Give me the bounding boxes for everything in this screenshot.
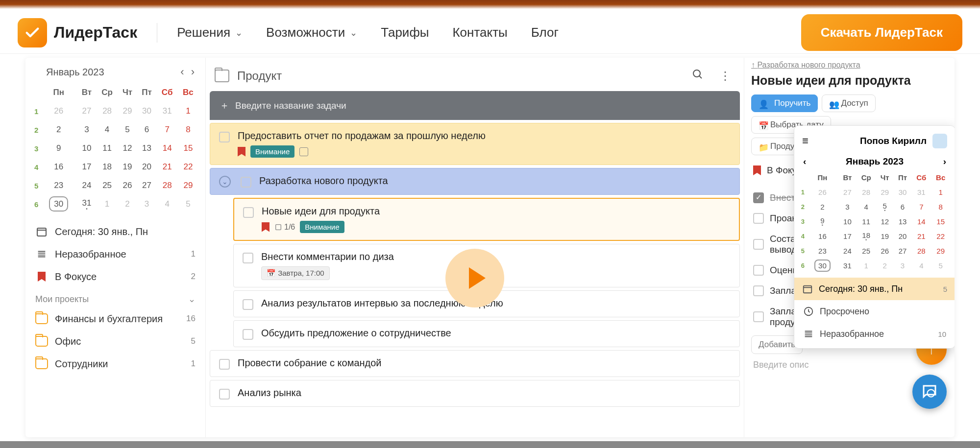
tag-attention: Внимание [250, 145, 294, 158]
svg-point-1 [693, 70, 700, 77]
list-icon [35, 248, 48, 260]
access-chip[interactable]: 👥Доступ [822, 94, 875, 112]
nav-solutions[interactable]: Решения⌄ [177, 25, 243, 40]
main-nav: Решения⌄ Возможности⌄ Тарифы Контакты Бл… [177, 25, 559, 40]
popup-cal-header: ‹ Январь 2023 › [799, 153, 950, 170]
assign-chip[interactable]: 👤Поручить [751, 94, 818, 112]
sidebar-item-label: Неразобранное [55, 249, 126, 260]
nav-blog[interactable]: Блог [531, 25, 559, 40]
count-badge: 1 [191, 359, 196, 369]
bookmark-icon [753, 165, 761, 175]
task-row-selected[interactable]: Новые идеи для продукта 1/6 Внимание [233, 198, 740, 241]
add-task-input[interactable]: ＋ Введите название задачи [210, 91, 740, 120]
calendar-prev-icon[interactable]: ‹ [180, 66, 184, 78]
sidebar: Январь 2023 ‹ › ПнВтСрЧтПтСбВс 126272829… [25, 58, 206, 437]
count-badge: 1 [191, 249, 196, 259]
sidebar-project[interactable]: Финансы и бухгалтерия 16 [32, 307, 198, 330]
sidebar-projects-header[interactable]: Мои проекты ⌄ [32, 288, 198, 307]
task-checkbox[interactable] [219, 132, 230, 142]
calendar[interactable]: ПнВтСрЧтПтСбВс 12627282930311 22345678 3… [32, 83, 198, 213]
task-checkbox[interactable] [243, 299, 253, 310]
sidebar-unsorted[interactable]: Неразобранное 1 [32, 243, 198, 265]
chat-icon [921, 383, 938, 401]
search-icon[interactable] [688, 67, 708, 85]
plus-icon: ＋ [220, 99, 229, 112]
main-content: Продукт ⋮ ＋ Введите название задачи Пред… [206, 58, 744, 437]
sidebar-project[interactable]: Офис 5 [32, 330, 198, 353]
sidebar-focus[interactable]: В Фокусе 2 [32, 265, 198, 288]
popup-overdue-row[interactable]: Просрочено [799, 300, 950, 323]
task-row[interactable]: Предоставить отчет по продажам за прошлу… [210, 123, 740, 165]
calendar-icon [35, 225, 48, 238]
sidebar-item-label: Сотрудники [55, 358, 108, 370]
clock-icon [803, 306, 814, 317]
bookmark-icon [262, 222, 270, 232]
svg-rect-3 [804, 286, 812, 293]
calendar-next-icon[interactable]: › [943, 156, 946, 167]
avatar[interactable] [932, 134, 947, 148]
main-header: Продукт ⋮ [210, 65, 740, 91]
user-name: Попов Кирилл [860, 136, 927, 146]
count-badge: 10 [938, 330, 946, 338]
task-row[interactable]: Провести собрание с командой [210, 350, 740, 377]
users-icon: 👥 [829, 99, 837, 107]
breadcrumb[interactable]: Разработка нового продукта [751, 60, 948, 73]
popup-unsorted-row[interactable]: Неразобранное 10 [799, 323, 950, 345]
logo-icon [18, 18, 47, 47]
count-badge: 16 [186, 314, 196, 324]
task-checkbox[interactable] [243, 329, 253, 340]
logo[interactable]: ЛидерТаск [18, 18, 137, 47]
calendar-header: Январь 2023 ‹ › [32, 64, 198, 83]
task-title: Разработка нового продукта [259, 175, 731, 187]
task-row-parent[interactable]: ⌄ Разработка нового продукта [210, 168, 740, 195]
play-button[interactable] [445, 249, 504, 307]
nav-pricing[interactable]: Тарифы [381, 25, 429, 40]
menu-icon[interactable]: ≡ [802, 135, 808, 147]
detail-title: Новые идеи для продукта [751, 73, 948, 88]
chevron-down-icon: ⌄ [188, 294, 196, 305]
sidebar-today[interactable]: Сегодня: 30 янв., Пн [32, 220, 198, 243]
task-row[interactable]: Анализ рынка [210, 380, 740, 407]
nav-label: Контакты [452, 25, 507, 40]
calendar-prev-icon[interactable]: ‹ [803, 156, 806, 167]
nav-label: Тарифы [381, 25, 429, 40]
calendar-icon [802, 283, 813, 294]
popup-today-row[interactable]: Сегодня: 30 янв., Пн 5 [794, 278, 955, 300]
label: Просрочено [820, 307, 869, 317]
more-icon[interactable]: ⋮ [715, 67, 735, 85]
sidebar-item-label: Финансы и бухгалтерия [55, 313, 163, 325]
task-checkbox[interactable] [219, 359, 230, 370]
nav-label: Блог [531, 25, 559, 40]
count-badge: 5 [943, 285, 947, 293]
popup-calendar[interactable]: ПнВтСрЧтПтСбВс 12627282930311 22345678 3… [799, 170, 950, 273]
chevron-down-icon: ⌄ [350, 27, 357, 38]
task-title: Обсудить предложение о сотрудничестве [261, 328, 731, 339]
nav-contacts[interactable]: Контакты [452, 25, 507, 40]
task-title: Анализ результатов интервью за последнюю… [261, 298, 731, 309]
popup-month-label: Январь 2023 [846, 156, 904, 167]
tag-attention: Внимание [300, 221, 344, 233]
collapse-icon[interactable]: ⌄ [219, 176, 231, 188]
label: Неразобранное [820, 329, 884, 339]
task-checkbox[interactable] [243, 207, 254, 218]
download-button[interactable]: Скачать ЛидерТаск [801, 14, 962, 51]
user-icon: 👤 [759, 99, 766, 107]
task-checkbox[interactable] [241, 177, 251, 188]
chat-button[interactable] [912, 375, 947, 409]
svg-rect-2 [276, 224, 281, 230]
page-title: Продукт [237, 69, 282, 83]
nav-features[interactable]: Возможности⌄ [266, 25, 357, 40]
bottom-strip [0, 441, 980, 448]
bookmark-icon [35, 270, 48, 283]
calendar-next-icon[interactable]: › [191, 66, 195, 78]
sidebar-project[interactable]: Сотрудники 1 [32, 353, 198, 375]
placeholder-text: Введите название задачи [235, 100, 346, 111]
sidebar-nav: Сегодня: 30 янв., Пн Неразобранное 1 В Ф… [32, 220, 198, 375]
task-checkbox[interactable] [219, 389, 230, 400]
folder-icon [35, 312, 48, 325]
date-picker-popup: ≡ Попов Кирилл ‹ Январь 2023 › ПнВтСрЧтП… [794, 125, 955, 349]
task-checkbox[interactable] [243, 253, 253, 263]
task-row[interactable]: Обсудить предложение о сотрудничестве [233, 320, 740, 347]
folder-icon [35, 335, 48, 348]
task-title: Провести собрание с командой [238, 357, 731, 369]
